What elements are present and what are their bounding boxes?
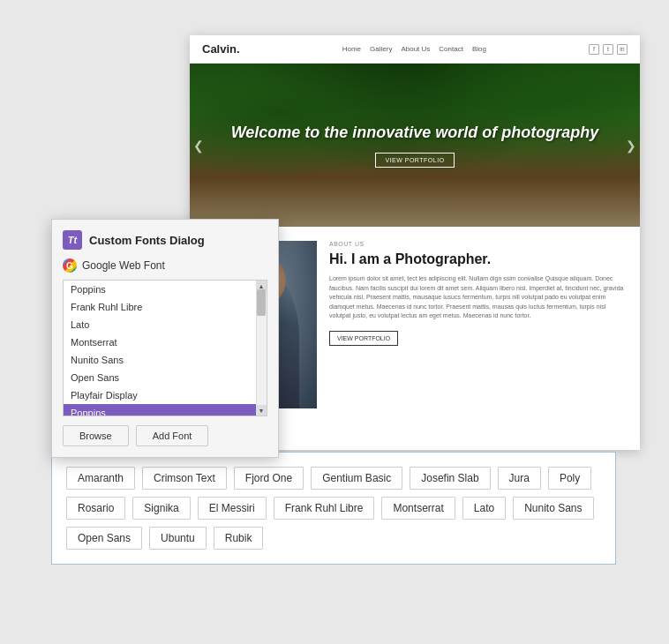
hero-next-arrow[interactable]: ❯ (626, 139, 636, 153)
font-tag[interactable]: Jura (498, 467, 541, 490)
about-content: ABOUT US Hi. I am a Photographer. Lorem … (329, 241, 628, 436)
font-tag[interactable]: Fjord One (234, 467, 304, 490)
font-tag[interactable]: Frank Ruhl Libre (274, 497, 375, 520)
scroll-down-arrow[interactable]: ▼ (256, 405, 267, 416)
font-tag[interactable]: El Messiri (198, 497, 267, 520)
font-tag[interactable]: Poly (548, 467, 591, 490)
browse-button[interactable]: Browse (63, 425, 129, 446)
hero-prev-arrow[interactable]: ❮ (193, 139, 204, 153)
font-tag[interactable]: Amaranth (66, 467, 135, 490)
font-tag[interactable]: Lato (462, 497, 506, 520)
font-tag[interactable]: Montserrat (381, 497, 455, 520)
google-icon: G (63, 258, 77, 273)
font-tag[interactable]: Crimson Text (142, 467, 227, 490)
linkedin-icon: in (617, 44, 628, 55)
nav-home: Home (342, 45, 361, 53)
font-list-container: PoppinsFrank Ruhl LibreLatoMontserratNun… (63, 280, 267, 416)
font-tag[interactable]: Ubuntu (149, 527, 207, 550)
font-list-item[interactable]: Montserrat (64, 333, 267, 351)
hero-portfolio-button[interactable]: VIEW PORTFOLIO (375, 153, 454, 168)
font-list-item[interactable]: Frank Ruhl Libre (64, 298, 267, 316)
font-tag[interactable]: Signika (132, 497, 190, 520)
hero-title: Welcome to the innovative world of photo… (231, 123, 599, 143)
google-font-text: Google Web Font (82, 259, 165, 272)
add-font-button[interactable]: Add Font (136, 425, 209, 446)
site-hero: ❮ Welcome to the innovative world of pho… (190, 64, 640, 227)
dialog-icon: Tt (63, 230, 82, 250)
hero-background (190, 64, 640, 227)
scrollbar-thumb[interactable] (257, 289, 266, 316)
font-tag[interactable]: Rosario (66, 497, 125, 520)
custom-fonts-dialog: Tt Custom Fonts Dialog G Google Web Font… (51, 219, 279, 458)
font-tag[interactable]: Josefin Slab (410, 467, 490, 490)
about-heading: Hi. I am a Photographer. (329, 251, 628, 267)
font-list-item[interactable]: Lato (64, 316, 267, 333)
nav-about: About Us (401, 45, 430, 53)
font-tag[interactable]: Gentium Basic (311, 467, 402, 490)
dialog-header: Tt Custom Fonts Dialog (63, 230, 267, 250)
about-text: Lorem ipsum dolor sit amet, tect les adi… (329, 274, 628, 321)
scrollbar[interactable]: ▲ ▼ (256, 281, 267, 416)
font-tag[interactable]: Nunito Sans (513, 497, 593, 520)
site-nav-links: Home Gallery About Us Contact Blog (342, 45, 486, 53)
font-tag[interactable]: Rubik (214, 527, 264, 550)
site-logo: Calvin. (202, 42, 240, 56)
dialog-buttons: Browse Add Font (63, 425, 267, 446)
font-list-item[interactable]: Open Sans (64, 369, 267, 386)
nav-blog: Blog (472, 45, 486, 53)
nav-contact: Contact (439, 45, 463, 53)
google-font-label: G Google Web Font (63, 258, 267, 273)
about-portfolio-button[interactable]: VIEW PORTFOLIO (329, 331, 398, 346)
font-tags-panel: AmaranthCrimson TextFjord OneGentium Bas… (51, 452, 616, 565)
site-social-icons: f t in (589, 44, 628, 55)
hero-text: Welcome to the innovative world of photo… (231, 123, 599, 143)
font-list: PoppinsFrank Ruhl LibreLatoMontserratNun… (64, 281, 267, 416)
about-tag: ABOUT US (329, 241, 628, 247)
font-list-item[interactable]: Poppins (64, 404, 267, 416)
facebook-icon: f (589, 44, 599, 55)
font-list-item[interactable]: Poppins (64, 281, 267, 298)
nav-gallery: Gallery (370, 45, 392, 53)
dialog-title: Custom Fonts Dialog (89, 234, 205, 247)
font-tag[interactable]: Open Sans (66, 527, 142, 550)
font-list-item[interactable]: Playfair Display (64, 386, 267, 404)
site-navbar: Calvin. Home Gallery About Us Contact Bl… (190, 35, 640, 64)
font-tags-grid: AmaranthCrimson TextFjord OneGentium Bas… (66, 467, 601, 550)
font-list-item[interactable]: Nunito Sans (64, 351, 267, 369)
twitter-icon: t (603, 44, 613, 55)
